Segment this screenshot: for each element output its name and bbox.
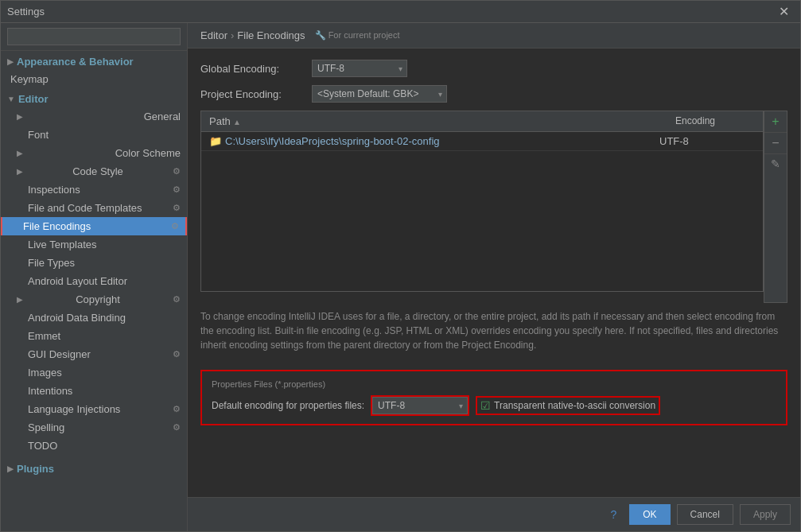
remove-path-button[interactable]: − — [764, 133, 787, 154]
table-header-encoding: Encoding — [667, 111, 763, 131]
sidebar-label-android-data-binding: Android Data Binding — [17, 312, 126, 324]
cancel-button[interactable]: Cancel — [677, 504, 733, 525]
breadcrumb-current: File Encodings — [237, 29, 305, 41]
sidebar-label-android-layout: Android Layout Editor — [17, 275, 127, 287]
settings-window: Settings ✕ ▶ Appearance & Behavior Keyma… — [0, 0, 801, 532]
properties-section-title: Properties Files (*.properties) — [212, 379, 776, 389]
sort-up-icon: ▲ — [233, 118, 241, 126]
checkbox-checked-icon: ☑ — [480, 399, 491, 412]
sidebar-item-general[interactable]: ▶ General — [1, 107, 187, 126]
sidebar-item-live-templates[interactable]: Live Templates — [1, 235, 187, 254]
chevron-right-icon-plugins: ▶ — [7, 464, 14, 473]
chevron-right-icon-code-style: ▶ — [17, 167, 23, 176]
sidebar-item-file-types[interactable]: File Types — [1, 254, 187, 272]
add-path-button[interactable]: + — [764, 111, 787, 133]
path-encoding-table: Path ▲ Encoding 📁 C:\Users\lfy\IdeaProje… — [200, 111, 764, 292]
breadcrumb-note: 🔧 For current project — [315, 30, 400, 41]
sidebar-label-file-types: File Types — [17, 257, 75, 269]
sidebar-label-emmet: Emmet — [17, 330, 60, 342]
sidebar-item-android-layout[interactable]: Android Layout Editor — [1, 272, 187, 290]
sidebar-item-appearance[interactable]: ▶ Appearance & Behavior — [1, 51, 187, 70]
table-body: 📁 C:\Users\lfy\IdeaProjects\spring-boot-… — [201, 132, 763, 291]
sidebar-item-copyright[interactable]: ▶ Copyright ⚙ — [1, 290, 187, 309]
global-encoding-label: Global Encoding: — [200, 63, 312, 75]
transparent-conversion-wrapper: ☑ Transparent native-to-ascii conversion — [476, 396, 660, 415]
sidebar-label-general: General — [144, 111, 181, 122]
encoding-value: UTF-8 — [659, 135, 755, 147]
project-encoding-label: Project Encoding: — [200, 88, 312, 100]
titlebar: Settings ✕ — [1, 1, 800, 23]
info-text: To change encoding IntelliJ IDEA uses fo… — [200, 303, 787, 359]
project-encoding-select-wrapper: <System Default: GBK> — [312, 85, 447, 103]
bottom-bar: ? OK Cancel Apply — [188, 497, 800, 531]
sidebar-item-color-scheme[interactable]: ▶ Color Scheme — [1, 144, 187, 162]
properties-row: Default encoding for properties files: U… — [212, 395, 776, 416]
main-content: ▶ Appearance & Behavior Keymap ▼ Editor … — [1, 23, 800, 531]
breadcrumb-separator: › — [231, 29, 234, 41]
help-icon: ? — [610, 508, 616, 521]
titlebar-title: Settings — [7, 6, 774, 17]
sidebar-item-keymap[interactable]: Keymap — [1, 70, 187, 88]
sidebar-label-keymap: Keymap — [10, 73, 181, 85]
sidebar-item-emmet[interactable]: Emmet — [1, 327, 187, 345]
breadcrumb-parent: Editor — [200, 29, 227, 41]
sidebar-item-language-injections[interactable]: Language Injections ⚙ — [1, 400, 187, 418]
settings-icon-file-encodings: ⚙ — [171, 221, 179, 231]
global-encoding-select[interactable]: UTF-8 — [312, 60, 407, 77]
inner-select-wrapper: UTF-8 — [372, 397, 468, 414]
transparent-conversion-label: Transparent native-to-ascii conversion — [494, 400, 655, 411]
sidebar-item-images[interactable]: Images — [1, 363, 187, 382]
table-row[interactable]: 📁 C:\Users\lfy\IdeaProjects\spring-boot-… — [201, 132, 763, 151]
project-encoding-row: Project Encoding: <System Default: GBK> — [200, 85, 787, 103]
path-cell: 📁 C:\Users\lfy\IdeaProjects\spring-boot-… — [209, 135, 659, 147]
main-body: Global Encoding: UTF-8 Project Encoding:… — [188, 49, 800, 497]
sidebar-label-code-style: Code Style — [72, 165, 123, 177]
sidebar-item-file-encodings[interactable]: File Encodings ⚙ — [1, 217, 187, 235]
main-panel: Editor › File Encodings 🔧 For current pr… — [188, 23, 800, 531]
default-encoding-select[interactable]: UTF-8 — [372, 397, 468, 414]
chevron-right-icon-copyright: ▶ — [17, 295, 23, 304]
sidebar: ▶ Appearance & Behavior Keymap ▼ Editor … — [1, 23, 188, 531]
breadcrumb: Editor › File Encodings 🔧 For current pr… — [200, 29, 787, 41]
sidebar-item-editor[interactable]: ▼ Editor — [1, 88, 187, 107]
close-button[interactable]: ✕ — [774, 2, 794, 21]
settings-icon-gui: ⚙ — [173, 349, 181, 359]
sidebar-label-file-code-templates: File and Code Templates — [17, 202, 142, 214]
ok-button[interactable]: OK — [629, 504, 670, 525]
sidebar-label-copyright: Copyright — [76, 293, 120, 305]
sidebar-item-code-style[interactable]: ▶ Code Style ⚙ — [1, 162, 187, 181]
sidebar-label-color-scheme: Color Scheme — [115, 147, 181, 159]
sidebar-item-gui-designer[interactable]: GUI Designer ⚙ — [1, 345, 187, 363]
apply-button[interactable]: Apply — [740, 504, 791, 525]
chevron-right-icon: ▶ — [7, 57, 14, 66]
sidebar-item-font[interactable]: Font — [1, 126, 187, 144]
sidebar-item-todo[interactable]: TODO — [1, 437, 187, 455]
project-encoding-select[interactable]: <System Default: GBK> — [312, 85, 447, 103]
sidebar-item-plugins[interactable]: ▶ Plugins — [1, 458, 187, 477]
edit-path-button[interactable]: ✎ — [764, 154, 787, 173]
sidebar-item-inspections[interactable]: Inspections ⚙ — [1, 181, 187, 199]
sidebar-label-intentions: Intentions — [17, 385, 72, 397]
settings-icon-file-templates: ⚙ — [173, 203, 181, 213]
sidebar-item-android-data-binding[interactable]: Android Data Binding — [1, 309, 187, 327]
sidebar-label-spelling: Spelling — [17, 421, 64, 433]
sidebar-item-intentions[interactable]: Intentions — [1, 382, 187, 400]
settings-icon-inspections: ⚙ — [173, 184, 181, 195]
global-encoding-select-wrapper: UTF-8 — [312, 60, 407, 77]
global-encoding-row: Global Encoding: UTF-8 — [200, 60, 787, 77]
chevron-down-icon: ▼ — [7, 95, 15, 103]
sidebar-scroll[interactable]: ▶ Appearance & Behavior Keymap ▼ Editor … — [1, 51, 187, 531]
sidebar-label-inspections: Inspections — [17, 184, 80, 196]
sidebar-label-images: Images — [17, 367, 62, 379]
properties-section: Properties Files (*.properties) Default … — [200, 370, 787, 425]
chevron-right-icon-general: ▶ — [17, 112, 23, 121]
sidebar-item-file-code-templates[interactable]: File and Code Templates ⚙ — [1, 199, 187, 217]
settings-icon-spelling: ⚙ — [173, 422, 181, 433]
search-input[interactable] — [7, 28, 181, 45]
sidebar-label-font: Font — [17, 129, 49, 141]
sidebar-item-spelling[interactable]: Spelling ⚙ — [1, 418, 187, 437]
table-header-path: Path ▲ — [201, 111, 667, 131]
search-box — [1, 23, 187, 51]
table-actions: + − ✎ — [764, 111, 787, 303]
table-header: Path ▲ Encoding — [201, 111, 763, 132]
